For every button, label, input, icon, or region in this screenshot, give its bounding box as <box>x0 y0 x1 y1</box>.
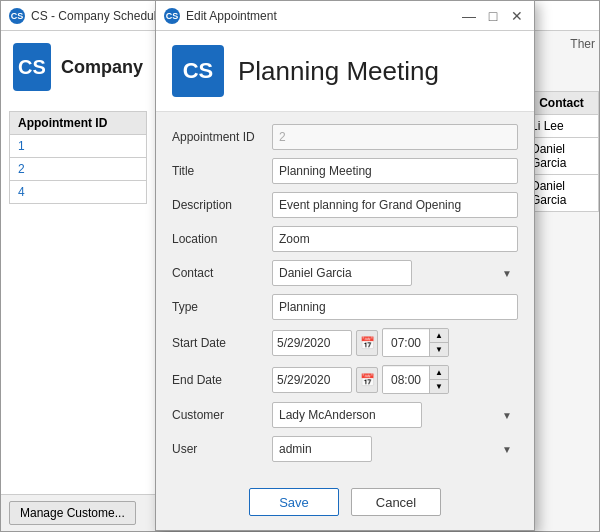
end-date-time-group: 📅 ▲ ▼ <box>272 365 518 394</box>
user-select-wrapper: admin ▼ <box>272 436 518 462</box>
type-input[interactable] <box>272 294 518 320</box>
user-select[interactable]: admin <box>272 436 372 462</box>
start-date-time-group: 📅 ▲ ▼ <box>272 328 518 357</box>
button-row: Save Cancel <box>156 478 534 530</box>
maximize-button[interactable]: □ <box>484 7 502 25</box>
description-input[interactable] <box>272 192 518 218</box>
customer-select-wrapper: Lady McAnderson ▼ <box>272 402 518 428</box>
contact-row: Contact Daniel Garcia ▼ <box>172 260 518 286</box>
contact-label: Contact <box>172 266 272 280</box>
location-label: Location <box>172 232 272 246</box>
edit-appointment-dialog: CS Edit Appointment — □ ✕ CS Planning Me… <box>155 0 535 531</box>
end-date-calendar-icon[interactable]: 📅 <box>356 367 378 393</box>
title-row: Title <box>172 158 518 184</box>
end-date-row: End Date 📅 ▲ ▼ <box>172 365 518 394</box>
modal-app-icon: CS <box>164 8 180 24</box>
type-row: Type <box>172 294 518 320</box>
end-date-label: End Date <box>172 373 272 387</box>
user-chevron-down-icon: ▼ <box>502 444 512 455</box>
start-date-calendar-icon[interactable]: 📅 <box>356 330 378 356</box>
appointment-id-label: Appointment ID <box>172 130 272 144</box>
appointment-id-row: Appointment ID <box>172 124 518 150</box>
modal-cs-logo: CS <box>172 45 224 97</box>
start-date-input[interactable] <box>272 330 352 356</box>
contact-select[interactable]: Daniel Garcia <box>272 260 412 286</box>
location-input[interactable] <box>272 226 518 252</box>
customer-label: Customer <box>172 408 272 422</box>
contact-select-wrapper: Daniel Garcia ▼ <box>272 260 518 286</box>
appointment-id-input <box>272 124 518 150</box>
modal-overlay: CS Edit Appointment — □ ✕ CS Planning Me… <box>0 0 600 532</box>
description-label: Description <box>172 198 272 212</box>
modal-titlebar: CS Edit Appointment — □ ✕ <box>156 1 534 31</box>
modal-title: Edit Appointment <box>186 9 454 23</box>
user-label: User <box>172 442 272 456</box>
location-row: Location <box>172 226 518 252</box>
start-time-increment-button[interactable]: ▲ <box>430 329 448 342</box>
end-time-spinners: ▲ ▼ <box>429 366 448 393</box>
description-row: Description <box>172 192 518 218</box>
end-time-input[interactable] <box>383 367 429 393</box>
customer-row: Customer Lady McAnderson ▼ <box>172 402 518 428</box>
end-time-wrapper: ▲ ▼ <box>382 365 449 394</box>
start-time-spinners: ▲ ▼ <box>429 329 448 356</box>
end-time-increment-button[interactable]: ▲ <box>430 366 448 379</box>
start-time-input[interactable] <box>383 330 429 356</box>
minimize-button[interactable]: — <box>460 7 478 25</box>
start-time-wrapper: ▲ ▼ <box>382 328 449 357</box>
modal-heading: Planning Meeting <box>238 56 439 87</box>
start-date-label: Start Date <box>172 336 272 350</box>
title-label: Title <box>172 164 272 178</box>
end-date-input[interactable] <box>272 367 352 393</box>
user-row: User admin ▼ <box>172 436 518 462</box>
type-label: Type <box>172 300 272 314</box>
modal-header: CS Planning Meeting <box>156 31 534 112</box>
form-area: Appointment ID Title Description Locatio… <box>156 112 534 478</box>
title-input[interactable] <box>272 158 518 184</box>
end-time-decrement-button[interactable]: ▼ <box>430 380 448 393</box>
start-time-decrement-button[interactable]: ▼ <box>430 343 448 356</box>
cancel-button[interactable]: Cancel <box>351 488 441 516</box>
close-button[interactable]: ✕ <box>508 7 526 25</box>
save-button[interactable]: Save <box>249 488 339 516</box>
start-date-row: Start Date 📅 ▲ ▼ <box>172 328 518 357</box>
contact-chevron-down-icon: ▼ <box>502 268 512 279</box>
customer-select[interactable]: Lady McAnderson <box>272 402 422 428</box>
customer-chevron-down-icon: ▼ <box>502 410 512 421</box>
